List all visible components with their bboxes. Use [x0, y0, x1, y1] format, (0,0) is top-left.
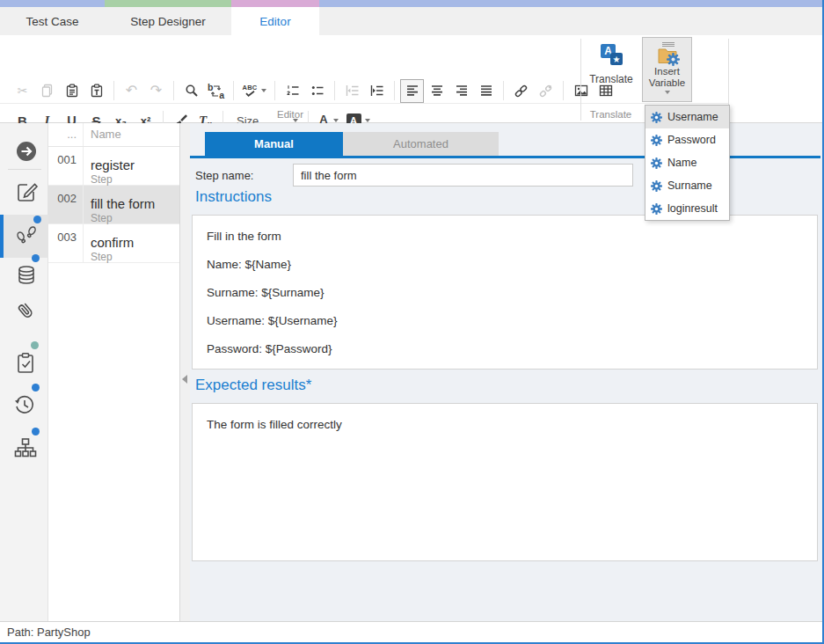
expected-results-textarea[interactable]: The form is filled correctly — [192, 403, 818, 561]
gear-icon — [651, 157, 662, 169]
variable-menu-item-surname[interactable]: Surname — [645, 174, 729, 197]
undo-button[interactable]: ↶ — [120, 79, 143, 103]
decrease-indent-button[interactable] — [340, 79, 364, 103]
redo-icon: ↷ — [150, 84, 162, 98]
spellcheck-button[interactable]: ABC — [239, 79, 269, 103]
increase-indent-button[interactable] — [365, 79, 389, 103]
strip-rest — [319, 0, 824, 7]
column-header-name: Name — [84, 123, 179, 146]
clipboard-check-icon — [13, 351, 38, 376]
tab-manual[interactable]: Manual — [205, 132, 343, 156]
step-name: fill the form — [91, 190, 179, 212]
sidebar-item-edit[interactable] — [15, 179, 40, 207]
sidebar-selection-bar — [0, 215, 4, 258]
numbered-list-button[interactable] — [281, 79, 304, 103]
translate-icon: A ★ — [598, 42, 624, 69]
step-row-001[interactable]: 001 register Step — [48, 147, 179, 186]
sidebar-item-steps[interactable] — [14, 223, 40, 252]
sidebar-divider — [8, 169, 41, 170]
step-row-002[interactable]: 002 fill the form Step — [48, 186, 179, 224]
strip-editor — [231, 0, 319, 7]
replace-button[interactable]: b a — [204, 79, 228, 103]
align-right-icon — [455, 84, 469, 98]
variable-menu-item-username[interactable]: Username — [645, 106, 729, 128]
translate-label: Translate — [589, 73, 633, 85]
sidebar-item-checklist[interactable] — [13, 351, 38, 378]
steps-list: ... Name 001 register Step 002 fill the … — [48, 123, 180, 621]
variable-menu-item-name[interactable]: Name — [645, 151, 729, 174]
undo-icon: ↶ — [126, 84, 137, 98]
cut-button[interactable]: ✂ — [11, 79, 34, 103]
hierarchy-badge — [32, 428, 40, 435]
sidebar-item-hierarchy[interactable] — [13, 436, 38, 464]
strip-testcase — [0, 0, 105, 7]
history-badge — [32, 384, 40, 392]
justify-icon — [479, 84, 493, 98]
step-number: 003 — [48, 224, 84, 262]
paste-button[interactable] — [60, 79, 84, 103]
expected-result-line: The form is filled correctly — [207, 417, 803, 432]
variable-dropdown-menu: Username Password Name Surname loginresu… — [645, 105, 730, 221]
ribbon-label-divider — [0, 103, 728, 104]
left-sidebar — [0, 123, 48, 621]
toolbar-separator — [563, 81, 564, 100]
insert-variable-icon — [655, 41, 680, 66]
app-tab-bar: Test Case Step Designer Editor — [0, 7, 824, 35]
database-icon — [14, 263, 39, 288]
align-center-button[interactable] — [425, 79, 448, 103]
instruction-line: Username: ${Username} — [207, 313, 803, 328]
step-name-input[interactable] — [293, 164, 633, 187]
variable-menu-item-password[interactable]: Password — [645, 128, 729, 151]
step-name-label: Step name: — [195, 169, 254, 182]
toolbar-separator — [173, 81, 174, 100]
step-number: 001 — [48, 147, 84, 185]
insert-variable-button[interactable]: Insert Variable — [642, 37, 692, 102]
paste-icon — [65, 84, 79, 98]
insert-link-button[interactable] — [509, 79, 533, 103]
unlink-button[interactable] — [534, 79, 558, 103]
align-left-button[interactable] — [400, 79, 424, 103]
step-type: Step — [91, 212, 179, 225]
variable-label: Password — [667, 134, 716, 146]
align-right-button[interactable] — [449, 79, 473, 103]
translate-button[interactable]: A ★ Translate — [583, 37, 639, 102]
insert-variable-label: Insert Variable — [649, 66, 685, 89]
spellcheck-icon: ABC — [242, 84, 257, 98]
toolbar-separator — [233, 81, 234, 100]
tab-editor[interactable]: Editor — [231, 7, 319, 35]
step-row-003[interactable]: 003 confirm Step — [48, 224, 179, 263]
panel-splitter[interactable] — [180, 123, 190, 621]
variable-menu-item-loginresult[interactable]: loginresult — [645, 197, 729, 220]
gear-icon — [651, 135, 662, 146]
justify-button[interactable] — [474, 79, 498, 103]
sidebar-item-data[interactable] — [14, 263, 39, 290]
gear-icon — [651, 180, 662, 192]
sidebar-collapse-button[interactable] — [14, 139, 39, 166]
redo-button[interactable]: ↷ — [144, 79, 168, 103]
steps-badge — [33, 216, 41, 223]
step-type: Step — [91, 173, 179, 187]
footsteps-icon — [14, 223, 40, 249]
bulleted-list-button[interactable] — [305, 79, 329, 103]
sidebar-item-attachments[interactable] — [13, 298, 38, 326]
instructions-title: Instructions — [195, 188, 272, 206]
paste-text-button[interactable] — [84, 79, 108, 103]
align-left-icon — [405, 84, 419, 98]
step-number: 002 — [48, 186, 84, 223]
toolbar-separator — [334, 81, 335, 100]
indent-icon — [370, 84, 384, 98]
sidebar-item-history[interactable] — [12, 392, 37, 420]
edit-icon — [15, 179, 40, 204]
scissors-icon: ✂ — [18, 84, 28, 98]
tab-step-designer[interactable]: Step Designer — [105, 7, 231, 35]
toolbar-separator — [503, 81, 504, 100]
collapse-arrow-icon — [182, 375, 187, 384]
tab-test-case[interactable]: Test Case — [0, 7, 105, 35]
paperclip-icon — [13, 298, 38, 323]
review-badge — [31, 341, 39, 349]
instructions-textarea[interactable]: Fill in the form Name: ${Name} Surname: … — [192, 215, 818, 370]
copy-button[interactable] — [35, 79, 59, 103]
history-icon — [12, 392, 37, 417]
tab-automated[interactable]: Automated — [343, 132, 499, 156]
find-button[interactable] — [179, 79, 203, 103]
